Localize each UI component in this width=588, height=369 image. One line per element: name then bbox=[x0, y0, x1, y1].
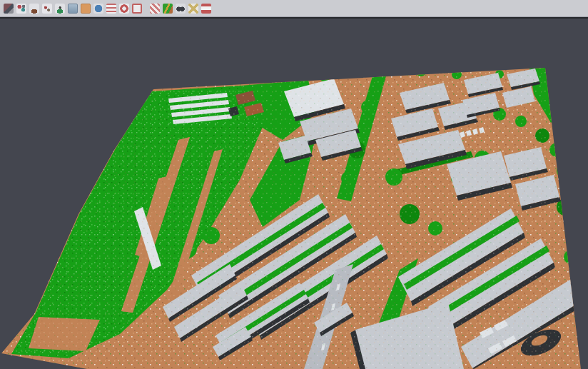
panel-blue-icon[interactable] bbox=[66, 2, 78, 14]
toolbar bbox=[0, 0, 588, 17]
point-cloud-viewport[interactable] bbox=[0, 0, 588, 369]
globe-icon[interactable] bbox=[92, 2, 104, 14]
terrain-green-icon[interactable] bbox=[54, 2, 66, 14]
red-bars-icon[interactable] bbox=[200, 2, 212, 14]
clip-cross-icon[interactable] bbox=[187, 2, 199, 14]
select-points-icon[interactable] bbox=[2, 2, 14, 14]
application-window bbox=[0, 0, 588, 369]
terrain-brown-icon[interactable] bbox=[28, 2, 40, 14]
red-ring-icon[interactable] bbox=[118, 2, 130, 14]
sparse-points-icon[interactable] bbox=[41, 2, 53, 14]
classified-map-icon[interactable] bbox=[161, 2, 173, 14]
red-selection-icon[interactable] bbox=[131, 2, 143, 14]
red-hatch-square-icon[interactable] bbox=[148, 2, 161, 14]
red-list-icon[interactable] bbox=[105, 2, 117, 14]
ground-class-orange-icon[interactable] bbox=[79, 2, 91, 14]
toolbar-separator bbox=[143, 2, 148, 14]
binoculars-icon[interactable] bbox=[174, 2, 186, 14]
scatter-red-teal-icon[interactable] bbox=[15, 2, 27, 14]
